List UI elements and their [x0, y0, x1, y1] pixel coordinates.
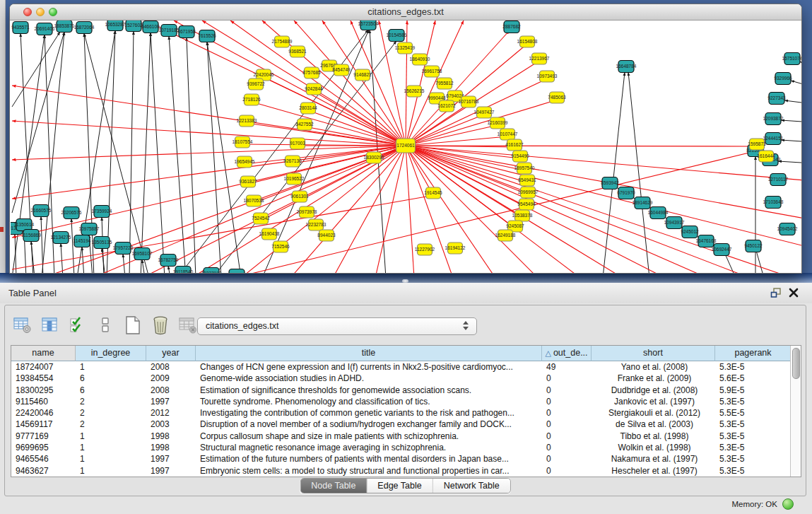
- node-label: 10719185: [159, 28, 180, 33]
- table-body: 1872400712008Changes of HCN gene express…: [11, 361, 801, 477]
- node-label: 9242844: [305, 86, 323, 91]
- delete-columns-icon[interactable]: [150, 315, 171, 336]
- selected-edge: [142, 146, 406, 273]
- node-label: 10653287: [105, 22, 126, 27]
- node-label: 20691406: [35, 26, 55, 31]
- column-header-out_de[interactable]: △out_de...: [542, 346, 592, 361]
- selected-edge: [406, 146, 528, 194]
- node-label: 9396722: [247, 81, 265, 86]
- node-label: 3427552: [295, 122, 314, 127]
- citation-edge: [71, 218, 74, 273]
- cell-name: 18300295: [11, 385, 76, 396]
- create-column-icon[interactable]: [122, 315, 143, 336]
- column-header-title[interactable]: title: [196, 346, 542, 361]
- tab-edge-table[interactable]: Edge Table: [366, 479, 432, 493]
- cell-name: 9463627: [11, 465, 76, 477]
- node-label: 21754889: [272, 39, 293, 44]
- cell-pagerank: 5.9E-5: [715, 385, 792, 396]
- cell-short: Wolkin et al. (1998): [592, 442, 715, 453]
- node-label: 10107447: [498, 132, 518, 136]
- node-label: 18957540: [514, 165, 535, 170]
- node-label: 1527602: [124, 23, 143, 28]
- node-label: 17103648: [763, 199, 784, 204]
- citation-edge: [123, 254, 125, 273]
- table-row[interactable]: 946554611997Estimation of the future num…: [11, 453, 801, 465]
- column-header-short[interactable]: short: [592, 346, 715, 361]
- node-label: 8549431: [518, 177, 536, 182]
- node-label: 16476168: [696, 238, 717, 243]
- node-label: 9450122: [744, 243, 763, 248]
- cell-year: 1997: [146, 396, 196, 407]
- tab-node-table[interactable]: Node Table: [300, 479, 366, 493]
- node-label: 17957223: [113, 245, 134, 250]
- column-header-in_degree[interactable]: in_degree: [76, 346, 146, 361]
- cell-short: Tibbo et al. (1998): [592, 431, 715, 442]
- memory-ok-icon[interactable]: [782, 498, 794, 510]
- citation-edge: [784, 100, 801, 104]
- cell-title: Tourette syndrome. Phenomenology and cla…: [196, 396, 542, 407]
- cell-year: 2009: [146, 373, 196, 384]
- node-label: 7485063: [548, 95, 566, 100]
- network-canvas[interactable]: 9435571206914061885387116872064106532871…: [11, 21, 801, 273]
- cell-in_degree: 2: [76, 396, 146, 407]
- table-row[interactable]: 2242004622012Investigating the contribut…: [11, 407, 801, 419]
- cell-year: 2008: [146, 385, 196, 396]
- table-source-select[interactable]: citations_edges.txt: [197, 317, 477, 335]
- cell-out_de: 0: [542, 385, 592, 396]
- node-label: 10154586: [387, 33, 407, 37]
- node-label: 16782759: [158, 257, 179, 262]
- table-row[interactable]: 946362711997Embryonic stem cells: a mode…: [11, 465, 801, 477]
- column-header-pagerank[interactable]: pagerank: [715, 346, 792, 361]
- scrollbar-thumb[interactable]: [792, 348, 800, 379]
- cell-title: Embryonic stem cells: a model to study s…: [196, 465, 542, 477]
- node-label: 2803144: [299, 105, 317, 110]
- minimize-window-button[interactable]: [36, 8, 45, 16]
- float-panel-icon[interactable]: [770, 287, 782, 298]
- node-label: 1724061: [396, 143, 415, 148]
- node-label: 18853871: [54, 23, 75, 28]
- node-label: 11156869: [21, 233, 41, 238]
- window-titlebar[interactable]: citations_edges.txt: [10, 4, 801, 21]
- table-mode-icon[interactable]: [12, 315, 33, 336]
- cell-short: Franke et al. (2009): [592, 373, 715, 384]
- node-label: 18107554: [233, 139, 253, 144]
- table-row[interactable]: 977716911998Corpus callosum shape and si…: [11, 431, 801, 442]
- deselect-rows-icon[interactable]: [95, 315, 116, 336]
- table-toolbar: f(x): [12, 313, 229, 338]
- table-row[interactable]: 969969511998Structural magnetic resonanc…: [11, 442, 801, 453]
- node-label: 9227343: [767, 95, 786, 100]
- column-header-name[interactable]: name: [11, 346, 76, 361]
- node-label: 21660575: [31, 208, 52, 213]
- table-scrollbar[interactable]: [790, 346, 801, 477]
- cell-title: Genome-wide association studies in ADHD.: [196, 373, 542, 384]
- cell-pagerank: 5.3E-5: [715, 431, 792, 442]
- table-row[interactable]: 1872400712008Changes of HCN gene express…: [11, 361, 801, 373]
- table-row[interactable]: 1938455462009Genome-wide association stu…: [11, 373, 801, 384]
- panel-title: Table Panel: [8, 288, 57, 298]
- tab-network-table[interactable]: Network Table: [433, 479, 510, 493]
- select-all-rows-icon[interactable]: [67, 315, 88, 336]
- cell-in_degree: 1: [76, 442, 146, 453]
- zoom-window-button[interactable]: [49, 8, 57, 16]
- table-row[interactable]: 911546021997Tourette syndrome. Phenomeno…: [11, 396, 801, 407]
- node-label: 9435571: [11, 25, 30, 30]
- table-row[interactable]: 1830029562008Estimation of significance …: [11, 385, 801, 396]
- citation-edge: [151, 33, 165, 273]
- column-header-year[interactable]: year: [146, 346, 196, 361]
- citation-network-graph[interactable]: 9435571206914061885387116872064106532871…: [11, 21, 801, 273]
- cell-out_de: 0: [542, 396, 592, 407]
- show-columns-icon[interactable]: [40, 315, 61, 336]
- cell-short: Stergiakouli et al. (2012): [592, 407, 715, 419]
- cell-out_de: 0: [542, 465, 592, 477]
- table-row[interactable]: 1456911722003Disruption of a novel membe…: [11, 419, 801, 430]
- cell-out_de: 0: [542, 453, 592, 465]
- node-label: 20973978: [297, 209, 317, 214]
- citation-edge: [84, 33, 149, 273]
- table-panel-header: Table Panel: [0, 283, 812, 303]
- cell-out_de: 0: [542, 442, 592, 453]
- delete-table-icon[interactable]: [177, 315, 199, 336]
- cell-in_degree: 1: [76, 431, 146, 442]
- cell-title: Structural magnetic resonance image aver…: [196, 442, 542, 453]
- close-window-button[interactable]: [23, 8, 32, 16]
- close-panel-icon[interactable]: [789, 287, 799, 298]
